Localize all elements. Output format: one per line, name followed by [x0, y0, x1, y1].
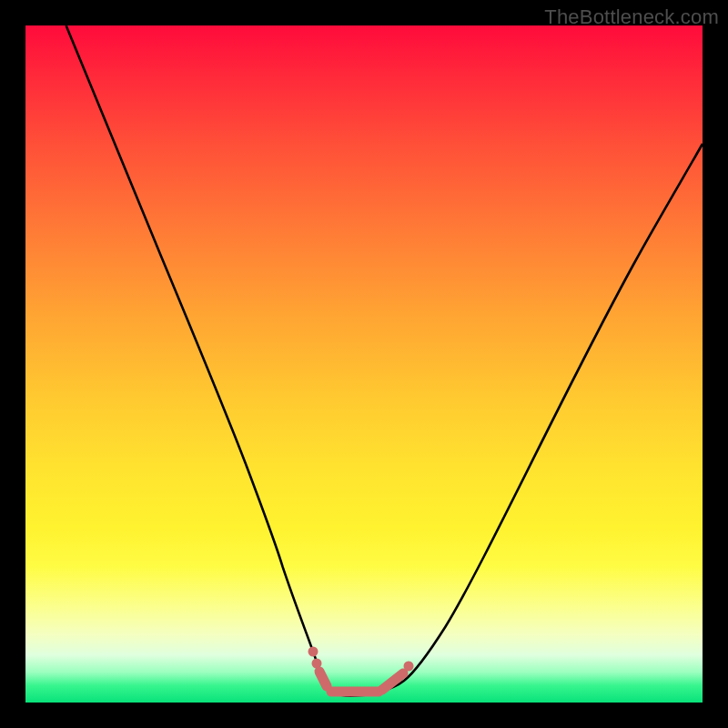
chart-frame: TheBottleneck.com	[0, 0, 728, 728]
optimal-seg-left	[319, 672, 327, 686]
optimal-seg-right	[382, 673, 403, 690]
bottleneck-curve	[66, 25, 703, 696]
optimal-dot-3	[404, 662, 414, 672]
optimal-dot-1	[308, 647, 318, 657]
watermark-text: TheBottleneck.com	[544, 5, 719, 29]
curve-svg	[25, 25, 703, 703]
plot-area	[25, 25, 703, 703]
